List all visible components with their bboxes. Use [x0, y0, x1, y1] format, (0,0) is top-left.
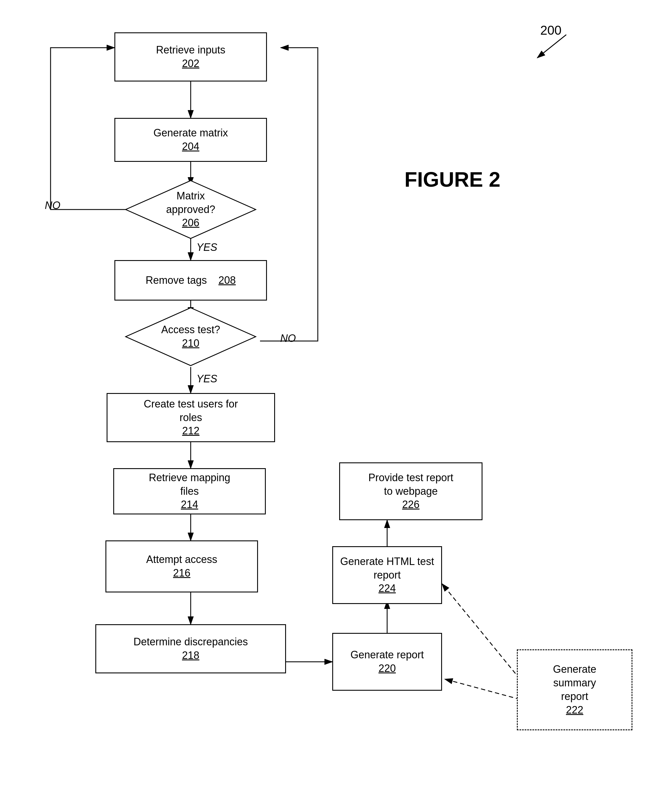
svg-line-18	[538, 35, 566, 58]
box-220: Generate report 220	[332, 633, 442, 691]
box-202: Retrieve inputs 202	[114, 32, 267, 82]
ref-arrow	[520, 29, 578, 64]
svg-line-14	[442, 584, 520, 679]
box-218: Determine discrepancies 218	[95, 624, 286, 673]
box-216: Attempt access 216	[106, 540, 258, 593]
box-226: Provide test reportto webpage 226	[339, 462, 483, 520]
figure-title: FIGURE 2	[405, 168, 501, 191]
label-yes-210: YES	[197, 373, 217, 385]
flowchart-diagram: Retrieve inputs 202 Generate matrix 204 …	[0, 0, 672, 793]
box-204: Generate matrix 204	[114, 118, 267, 162]
box-208: Remove tags 208	[114, 260, 267, 301]
diamond-206: Matrixapproved? 206	[124, 179, 257, 240]
label-no-206: NO	[45, 199, 61, 211]
label-no-210: NO	[280, 332, 296, 344]
box-224: Generate HTML testreport 224	[332, 546, 442, 604]
box-222: Generatesummaryreport 222	[517, 649, 632, 730]
box-212: Create test users forroles 212	[107, 393, 275, 442]
svg-line-15	[445, 679, 520, 699]
box-214: Retrieve mappingfiles 214	[113, 468, 266, 514]
label-yes-206: YES	[197, 241, 217, 253]
diamond-206-label: Matrixapproved?	[166, 190, 215, 215]
diamond-210-label: Access test?	[161, 324, 220, 335]
diamond-210: Access test? 210	[124, 306, 257, 367]
